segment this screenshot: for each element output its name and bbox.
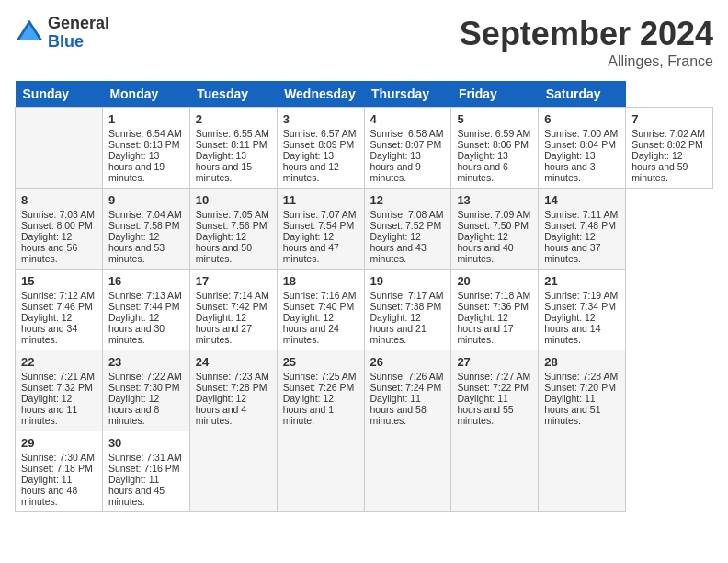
daylight-text: Daylight: 12 hours and 1 minute. — [283, 393, 358, 426]
daylight-text: Daylight: 12 hours and 47 minutes. — [283, 231, 358, 264]
sunset-text: Sunset: 8:07 PM — [370, 139, 446, 150]
calendar-cell — [277, 431, 364, 512]
sunrise-text: Sunrise: 7:12 AM — [21, 290, 97, 301]
day-number: 8 — [21, 193, 97, 207]
sunset-text: Sunset: 7:52 PM — [370, 220, 446, 231]
sunset-text: Sunset: 7:42 PM — [196, 301, 271, 312]
sunset-text: Sunset: 7:20 PM — [544, 382, 620, 393]
calendar-week-5: 29Sunrise: 7:30 AMSunset: 7:18 PMDayligh… — [16, 431, 713, 512]
sunrise-text: Sunrise: 7:08 AM — [370, 209, 446, 220]
sunset-text: Sunset: 7:40 PM — [283, 301, 358, 312]
sunset-text: Sunset: 7:28 PM — [196, 382, 271, 393]
daylight-text: Daylight: 12 hours and 37 minutes. — [544, 231, 620, 264]
sunset-text: Sunset: 7:24 PM — [370, 382, 446, 393]
day-header-tuesday: Tuesday — [189, 81, 277, 108]
day-number: 20 — [457, 274, 532, 288]
sunrise-text: Sunrise: 7:21 AM — [21, 371, 97, 382]
sunrise-text: Sunrise: 7:22 AM — [108, 371, 184, 382]
daylight-text: Daylight: 12 hours and 34 minutes. — [21, 312, 97, 345]
calendar-cell: 25Sunrise: 7:25 AMSunset: 7:26 PMDayligh… — [277, 350, 364, 431]
day-number: 6 — [544, 112, 620, 126]
sunset-text: Sunset: 8:06 PM — [457, 139, 532, 150]
sunset-text: Sunset: 7:16 PM — [108, 463, 184, 474]
header-row: SundayMondayTuesdayWednesdayThursdayFrid… — [16, 81, 713, 108]
calendar-week-1: 1Sunrise: 6:54 AMSunset: 8:13 PMDaylight… — [16, 108, 713, 189]
day-number: 11 — [283, 193, 358, 207]
sunrise-text: Sunrise: 7:18 AM — [457, 290, 532, 301]
day-number: 16 — [108, 274, 184, 288]
sunset-text: Sunset: 7:22 PM — [457, 382, 532, 393]
day-number: 17 — [196, 274, 271, 288]
calendar-cell: 8Sunrise: 7:03 AMSunset: 8:00 PMDaylight… — [16, 189, 103, 270]
logo-general-text: General — [48, 15, 109, 33]
daylight-text: Daylight: 11 hours and 45 minutes. — [108, 474, 184, 507]
daylight-text: Daylight: 12 hours and 50 minutes. — [196, 231, 271, 264]
sunset-text: Sunset: 8:00 PM — [21, 220, 97, 231]
day-number: 7 — [631, 112, 707, 126]
sunrise-text: Sunrise: 7:19 AM — [544, 290, 620, 301]
calendar-cell: 19Sunrise: 7:17 AMSunset: 7:38 PMDayligh… — [364, 270, 451, 350]
daylight-text: Daylight: 13 hours and 19 minutes. — [108, 150, 184, 183]
daylight-text: Daylight: 12 hours and 53 minutes. — [108, 231, 184, 264]
sunrise-text: Sunrise: 7:05 AM — [196, 209, 271, 220]
location-subtitle: Allinges, France — [460, 53, 713, 70]
sunrise-text: Sunrise: 7:25 AM — [283, 371, 358, 382]
daylight-text: Daylight: 12 hours and 40 minutes. — [457, 231, 532, 264]
calendar-cell: 15Sunrise: 7:12 AMSunset: 7:46 PMDayligh… — [16, 270, 103, 350]
calendar-cell: 29Sunrise: 7:30 AMSunset: 7:18 PMDayligh… — [16, 431, 103, 512]
day-number: 26 — [370, 355, 446, 369]
logo: General Blue — [15, 15, 109, 52]
calendar-cell — [539, 431, 626, 512]
sunset-text: Sunset: 7:46 PM — [21, 301, 97, 312]
daylight-text: Daylight: 12 hours and 59 minutes. — [631, 150, 707, 183]
sunset-text: Sunset: 7:30 PM — [108, 382, 184, 393]
day-number: 2 — [196, 112, 271, 126]
day-number: 13 — [457, 193, 532, 207]
day-number: 14 — [544, 193, 620, 207]
daylight-text: Daylight: 11 hours and 48 minutes. — [21, 474, 97, 507]
daylight-text: Daylight: 12 hours and 24 minutes. — [283, 312, 358, 345]
daylight-text: Daylight: 12 hours and 43 minutes. — [370, 231, 446, 264]
calendar-cell: 7Sunrise: 7:02 AMSunset: 8:02 PMDaylight… — [626, 108, 713, 189]
day-number: 15 — [21, 274, 97, 288]
day-number: 3 — [283, 112, 358, 126]
calendar-cell: 11Sunrise: 7:07 AMSunset: 7:54 PMDayligh… — [277, 189, 364, 270]
day-number: 30 — [108, 436, 184, 450]
calendar-cell: 17Sunrise: 7:14 AMSunset: 7:42 PMDayligh… — [189, 270, 277, 350]
calendar-cell: 9Sunrise: 7:04 AMSunset: 7:58 PMDaylight… — [102, 189, 189, 270]
sunrise-text: Sunrise: 7:30 AM — [21, 452, 97, 463]
calendar-cell: 3Sunrise: 6:57 AMSunset: 8:09 PMDaylight… — [277, 108, 364, 189]
daylight-text: Daylight: 12 hours and 17 minutes. — [457, 312, 532, 345]
day-number: 27 — [457, 355, 532, 369]
sunset-text: Sunset: 7:32 PM — [21, 382, 97, 393]
sunrise-text: Sunrise: 6:54 AM — [108, 128, 184, 139]
sunset-text: Sunset: 7:50 PM — [457, 220, 532, 231]
sunrise-text: Sunrise: 6:59 AM — [457, 128, 532, 139]
daylight-text: Daylight: 13 hours and 15 minutes. — [196, 150, 271, 183]
day-number: 25 — [283, 355, 358, 369]
calendar-cell: 23Sunrise: 7:22 AMSunset: 7:30 PMDayligh… — [102, 350, 189, 431]
day-number: 22 — [21, 355, 97, 369]
day-number: 1 — [108, 112, 184, 126]
calendar-cell: 14Sunrise: 7:11 AMSunset: 7:48 PMDayligh… — [539, 189, 626, 270]
daylight-text: Daylight: 13 hours and 3 minutes. — [544, 150, 620, 183]
sunset-text: Sunset: 7:34 PM — [544, 301, 620, 312]
sunrise-text: Sunrise: 7:09 AM — [457, 209, 532, 220]
sunset-text: Sunset: 7:18 PM — [21, 463, 97, 474]
calendar-cell — [451, 431, 539, 512]
sunset-text: Sunset: 7:44 PM — [108, 301, 184, 312]
calendar-cell: 27Sunrise: 7:27 AMSunset: 7:22 PMDayligh… — [451, 350, 539, 431]
calendar-cell: 26Sunrise: 7:26 AMSunset: 7:24 PMDayligh… — [364, 350, 451, 431]
daylight-text: Daylight: 12 hours and 11 minutes. — [21, 393, 97, 426]
day-number: 9 — [108, 193, 184, 207]
sunrise-text: Sunrise: 7:00 AM — [544, 128, 620, 139]
day-number: 4 — [370, 112, 446, 126]
logo-text: General Blue — [48, 15, 109, 52]
logo-icon — [15, 18, 44, 48]
page-header: General Blue September 2024 Allinges, Fr… — [15, 15, 713, 70]
calendar-cell: 1Sunrise: 6:54 AMSunset: 8:13 PMDaylight… — [102, 108, 189, 189]
sunset-text: Sunset: 8:02 PM — [631, 139, 707, 150]
calendar-cell: 5Sunrise: 6:59 AMSunset: 8:06 PMDaylight… — [451, 108, 539, 189]
day-header-monday: Monday — [102, 81, 189, 108]
calendar-cell: 10Sunrise: 7:05 AMSunset: 7:56 PMDayligh… — [189, 189, 277, 270]
